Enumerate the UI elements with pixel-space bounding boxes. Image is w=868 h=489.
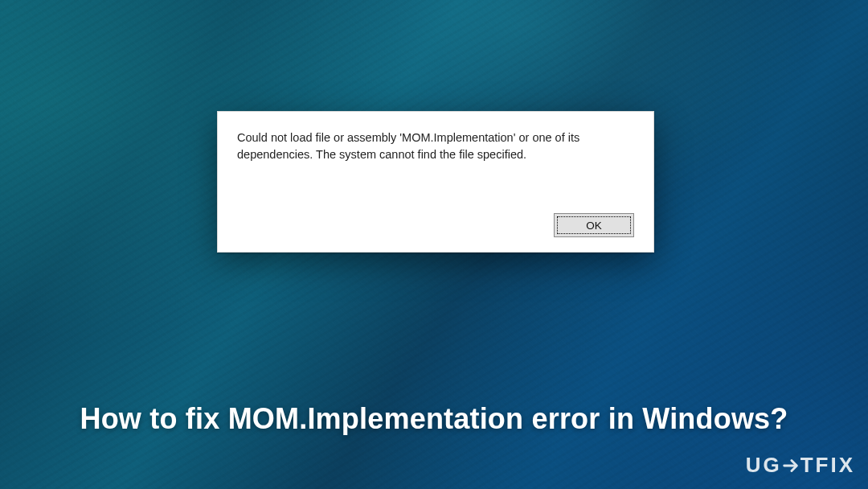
brand-prefix: UG (746, 453, 782, 478)
arrow-right-icon (782, 457, 800, 475)
dialog-message: Could not load file or assembly 'MOM.Imp… (237, 129, 607, 163)
brand-logo: UG TFIX (746, 453, 855, 478)
ok-button[interactable]: OK (554, 213, 634, 237)
error-dialog: Could not load file or assembly 'MOM.Imp… (217, 111, 654, 253)
brand-suffix: TFIX (800, 453, 855, 478)
page-headline: How to fix MOM.Implementation error in W… (0, 402, 868, 436)
dialog-button-row: OK (237, 213, 634, 237)
